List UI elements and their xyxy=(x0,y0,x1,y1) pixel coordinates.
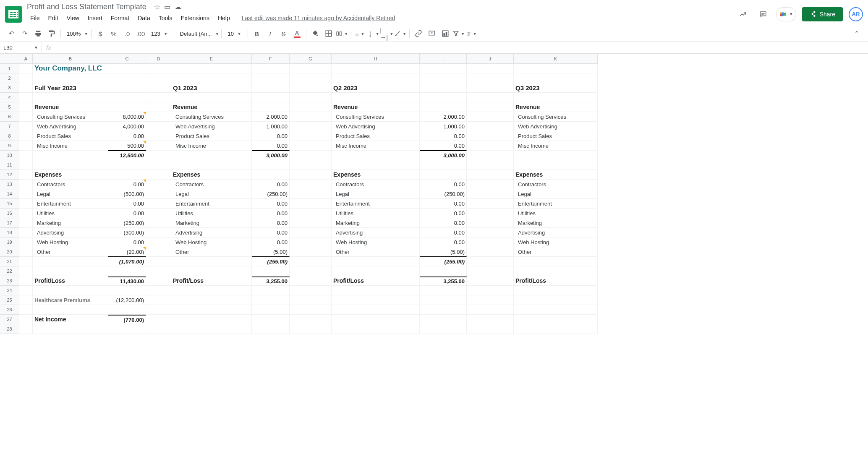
cell-J3[interactable] xyxy=(467,83,514,93)
cell-I3[interactable] xyxy=(420,83,467,93)
row-header-6[interactable]: 6 xyxy=(0,112,19,122)
cell-D10[interactable] xyxy=(146,151,171,160)
cell-E8[interactable]: Product Sales xyxy=(171,131,252,141)
cell-K24[interactable] xyxy=(514,286,598,295)
cell-F25[interactable] xyxy=(252,295,290,305)
star-icon[interactable]: ☆ xyxy=(154,3,160,11)
cell-C17[interactable]: (250.00) xyxy=(108,218,146,228)
halign-icon[interactable]: ≡▼ xyxy=(354,27,366,40)
cell-G6[interactable] xyxy=(290,112,332,122)
row-header-14[interactable]: 14 xyxy=(0,189,19,199)
cell-C3[interactable] xyxy=(108,83,146,93)
sheets-logo-icon[interactable] xyxy=(5,6,22,23)
chart-icon[interactable] xyxy=(439,27,452,40)
cell-H16[interactable]: Utilities xyxy=(332,209,420,218)
cell-F9[interactable]: 0.00 xyxy=(252,141,290,151)
cell-A10[interactable] xyxy=(19,151,33,160)
cell-D18[interactable] xyxy=(146,228,171,237)
cell-H13[interactable]: Contractors xyxy=(332,180,420,189)
cell-E21[interactable] xyxy=(171,257,252,266)
cell-E14[interactable]: Legal xyxy=(171,189,252,199)
cell-K10[interactable] xyxy=(514,151,598,160)
row-header-15[interactable]: 15 xyxy=(0,199,19,209)
cell-F13[interactable]: 0.00 xyxy=(252,180,290,189)
cell-I26[interactable] xyxy=(420,305,467,315)
cell-I21[interactable]: (255.00) xyxy=(420,257,467,266)
cell-H26[interactable] xyxy=(332,305,420,315)
cell-A15[interactable] xyxy=(19,199,33,209)
italic-icon[interactable]: I xyxy=(264,27,277,40)
cell-K26[interactable] xyxy=(514,305,598,315)
cell-I15[interactable]: 0.00 xyxy=(420,199,467,209)
cell-G1[interactable] xyxy=(290,64,332,73)
cell-F11[interactable] xyxy=(252,160,290,170)
cell-D20[interactable] xyxy=(146,247,171,257)
cell-E18[interactable]: Advertising xyxy=(171,228,252,237)
col-header-B[interactable]: B xyxy=(33,54,108,63)
cell-H4[interactable] xyxy=(332,93,420,102)
cell-D3[interactable] xyxy=(146,83,171,93)
cell-K3[interactable]: Q3 2023 xyxy=(514,83,598,93)
cell-E20[interactable]: Other xyxy=(171,247,252,257)
cell-E25[interactable] xyxy=(171,295,252,305)
cell-C13[interactable]: 0.00 xyxy=(108,180,146,189)
row-header-17[interactable]: 17 xyxy=(0,218,19,228)
cell-G10[interactable] xyxy=(290,151,332,160)
cell-C26[interactable] xyxy=(108,305,146,315)
cell-H27[interactable] xyxy=(332,315,420,324)
cell-F28[interactable] xyxy=(252,324,290,334)
row-header-23[interactable]: 23 xyxy=(0,276,19,286)
cell-D5[interactable] xyxy=(146,102,171,112)
cell-K8[interactable]: Product Sales xyxy=(514,131,598,141)
cell-J7[interactable] xyxy=(467,122,514,131)
cell-B27[interactable]: Net Income xyxy=(33,315,108,324)
cell-I20[interactable]: (5.00) xyxy=(420,247,467,257)
cell-F2[interactable] xyxy=(252,73,290,83)
cloud-status-icon[interactable]: ☁ xyxy=(175,3,181,11)
cell-C11[interactable] xyxy=(108,160,146,170)
cell-H11[interactable] xyxy=(332,160,420,170)
col-header-K[interactable]: K xyxy=(514,54,598,63)
cell-H9[interactable]: Misc Income xyxy=(332,141,420,151)
cell-H19[interactable]: Web Hosting xyxy=(332,237,420,247)
cell-C23[interactable]: 11,430.00 xyxy=(108,276,146,286)
cell-C21[interactable]: (1,070.00) xyxy=(108,257,146,266)
cell-F16[interactable]: 0.00 xyxy=(252,209,290,218)
name-box[interactable]: L30▼ xyxy=(0,42,42,53)
menu-extensions[interactable]: Extensions xyxy=(177,13,212,23)
cell-C6[interactable]: 8,000.00 xyxy=(108,112,146,122)
cell-H3[interactable]: Q2 2023 xyxy=(332,83,420,93)
cell-G11[interactable] xyxy=(290,160,332,170)
cell-E17[interactable]: Marketing xyxy=(171,218,252,228)
cell-K22[interactable] xyxy=(514,266,598,276)
column-headers[interactable]: ABCDEFGHIJK xyxy=(19,54,598,64)
cell-B12[interactable]: Expenses xyxy=(33,170,108,180)
row-header-21[interactable]: 21 xyxy=(0,257,19,266)
col-header-A[interactable]: A xyxy=(19,54,33,63)
row-header-25[interactable]: 25 xyxy=(0,295,19,305)
cell-D9[interactable] xyxy=(146,141,171,151)
cell-A11[interactable] xyxy=(19,160,33,170)
cell-A17[interactable] xyxy=(19,218,33,228)
cell-D15[interactable] xyxy=(146,199,171,209)
cell-H23[interactable]: Profit/Loss xyxy=(332,276,420,286)
cell-F18[interactable]: 0.00 xyxy=(252,228,290,237)
cell-E6[interactable]: Consulting Services xyxy=(171,112,252,122)
col-header-I[interactable]: I xyxy=(420,54,467,63)
cell-D14[interactable] xyxy=(146,189,171,199)
cell-I18[interactable]: 0.00 xyxy=(420,228,467,237)
row-header-16[interactable]: 16 xyxy=(0,209,19,218)
collapse-toolbar-icon[interactable]: ⌃ xyxy=(850,27,863,40)
cell-J24[interactable] xyxy=(467,286,514,295)
cell-G19[interactable] xyxy=(290,237,332,247)
cell-F23[interactable]: 3,255.00 xyxy=(252,276,290,286)
cell-J5[interactable] xyxy=(467,102,514,112)
share-button[interactable]: Share xyxy=(802,7,843,21)
cell-K17[interactable]: Marketing xyxy=(514,218,598,228)
link-icon[interactable] xyxy=(412,27,425,40)
cell-C16[interactable]: 0.00 xyxy=(108,209,146,218)
cell-I11[interactable] xyxy=(420,160,467,170)
cell-J27[interactable] xyxy=(467,315,514,324)
cell-E7[interactable]: Web Advertising xyxy=(171,122,252,131)
cell-I7[interactable]: 1,000.00 xyxy=(420,122,467,131)
